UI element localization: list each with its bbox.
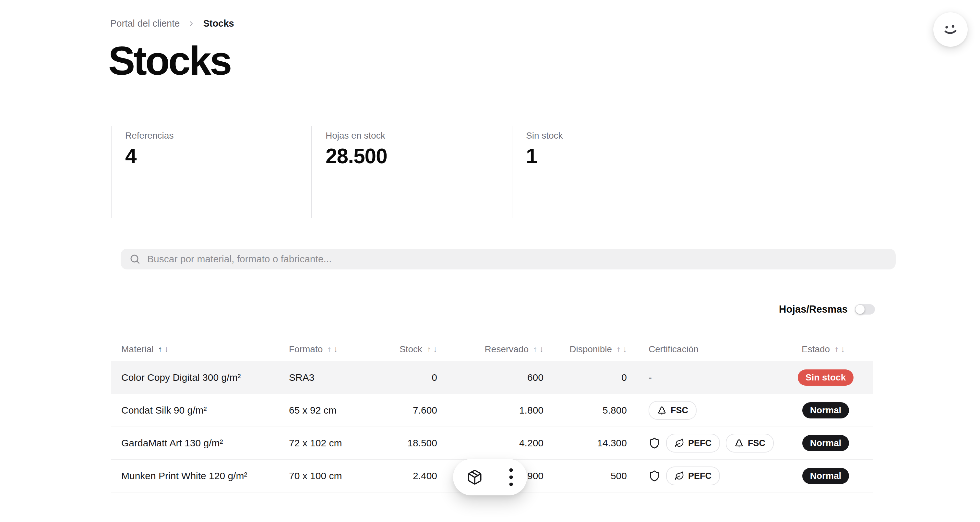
stats-row: Referencias 4 Hojas en stock 28.500 Sin … xyxy=(111,126,712,218)
breadcrumb-portal-link[interactable]: Portal del cliente xyxy=(110,18,180,29)
sort-asc-icon[interactable]: ↑ xyxy=(327,345,331,354)
sort-desc-icon[interactable]: ↓ xyxy=(841,345,845,354)
certification-empty: - xyxy=(649,372,652,383)
disponible-cell: 0 xyxy=(530,372,627,383)
column-label: Certificación xyxy=(649,344,698,354)
shield-badge xyxy=(649,437,660,449)
sort-arrows: ↑↓ xyxy=(834,345,845,354)
material-cell: Condat Silk 90 g/m² xyxy=(121,405,277,416)
table-row[interactable]: Color Copy Digital 300 g/m²SRA306000-Sin… xyxy=(111,361,873,394)
stat-card-referencias: Referencias 4 xyxy=(111,126,311,218)
table-row[interactable]: GardaMatt Art 130 g/m²72 x 102 cm18.5004… xyxy=(111,427,873,460)
material-cell: Munken Print White 120 g/m² xyxy=(121,470,277,481)
certification-cell: - xyxy=(649,372,652,383)
search-icon xyxy=(129,253,141,265)
material-cell: GardaMatt Art 130 g/m² xyxy=(121,437,277,449)
column-header-certificacin: Certificación xyxy=(649,344,785,354)
certification-label: FSC xyxy=(748,438,765,448)
user-avatar-button[interactable] xyxy=(933,12,968,47)
smiley-icon xyxy=(939,19,961,41)
chevron-right-icon xyxy=(188,20,195,27)
table-row[interactable]: Condat Silk 90 g/m²65 x 92 cm7.6001.8005… xyxy=(111,394,873,427)
certification-pill-fsc: FSC xyxy=(649,401,697,420)
shield-icon xyxy=(649,470,660,482)
column-label: Reservado xyxy=(485,344,528,354)
floating-action-pill xyxy=(453,459,527,495)
certification-pill-pefc: PEFC xyxy=(666,466,720,485)
sort-desc-icon[interactable]: ↓ xyxy=(164,345,169,354)
stock-cell: 7.600 xyxy=(340,405,437,416)
more-options-button[interactable] xyxy=(509,467,513,487)
status-badge: Normal xyxy=(802,402,849,418)
stat-card-sin-stock: Sin stock 1 xyxy=(512,126,712,218)
disponible-cell: 5.800 xyxy=(530,405,627,416)
sort-desc-icon[interactable]: ↓ xyxy=(334,345,338,354)
stock-cell: 0 xyxy=(340,372,437,383)
sort-asc-icon[interactable]: ↑ xyxy=(427,345,431,354)
tree-icon xyxy=(734,438,744,448)
sort-arrows: ↑↓ xyxy=(158,345,169,354)
shield-icon xyxy=(649,437,660,449)
certification-cell: FSC xyxy=(649,401,697,420)
units-toggle-label: Hojas/Resmas xyxy=(779,303,848,315)
breadcrumb: Portal del cliente Stocks xyxy=(110,18,234,29)
stock-cell: 2.400 xyxy=(340,470,437,481)
status-badge: Sin stock xyxy=(798,369,854,386)
sort-arrows: ↑↓ xyxy=(427,345,437,354)
column-label: Disponible xyxy=(570,344,612,354)
material-cell: Color Copy Digital 300 g/m² xyxy=(121,372,277,383)
stat-value: 28.500 xyxy=(326,144,512,168)
tree-icon xyxy=(657,405,667,415)
certification-cell: PEFCFSC xyxy=(649,434,774,453)
units-toggle-row: Hojas/Resmas xyxy=(779,301,875,318)
sort-arrows: ↑↓ xyxy=(327,345,337,354)
column-header-estado[interactable]: Estado↑↓ xyxy=(802,344,850,354)
certification-label: PEFC xyxy=(688,438,711,448)
sort-asc-icon[interactable]: ↑ xyxy=(158,345,162,354)
estado-cell: Normal xyxy=(802,402,850,418)
certification-label: FSC xyxy=(671,405,688,415)
sort-arrows: ↑↓ xyxy=(616,345,627,354)
certification-pill-pefc: PEFC xyxy=(666,434,720,453)
column-header-stock[interactable]: Stock↑↓ xyxy=(340,344,437,354)
stat-label: Referencias xyxy=(125,131,311,141)
column-header-disponible[interactable]: Disponible↑↓ xyxy=(530,344,627,354)
estado-cell: Sin stock xyxy=(802,369,850,386)
breadcrumb-current: Stocks xyxy=(203,18,234,29)
leaf-icon xyxy=(675,471,684,481)
stat-label: Hojas en stock xyxy=(326,131,512,141)
sort-desc-icon[interactable]: ↓ xyxy=(433,345,438,354)
column-label: Formato xyxy=(289,344,323,354)
sort-asc-icon[interactable]: ↑ xyxy=(616,345,621,354)
reservado-cell: 600 xyxy=(446,372,544,383)
certification-pill-fsc: FSC xyxy=(726,434,774,453)
package-icon xyxy=(467,469,483,485)
kebab-menu-icon xyxy=(509,467,513,487)
disponible-cell: 14.300 xyxy=(530,437,627,449)
page-title: Stocks xyxy=(108,38,231,84)
stat-card-hojas-en-stock: Hojas en stock 28.500 xyxy=(311,126,512,218)
search-bar xyxy=(121,249,896,270)
column-label: Material xyxy=(121,344,154,354)
sort-asc-icon[interactable]: ↑ xyxy=(834,345,838,354)
certification-cell: PEFC xyxy=(649,466,720,485)
certification-label: PEFC xyxy=(688,471,711,481)
column-header-material[interactable]: Material↑↓ xyxy=(121,344,277,354)
reservado-cell: 1.800 xyxy=(446,405,544,416)
disponible-cell: 500 xyxy=(530,470,627,481)
column-header-reservado[interactable]: Reservado↑↓ xyxy=(446,344,544,354)
estado-cell: Normal xyxy=(802,435,850,451)
stat-value: 4 xyxy=(125,144,311,168)
sort-desc-icon[interactable]: ↓ xyxy=(623,345,627,354)
status-badge: Normal xyxy=(802,435,849,451)
search-input[interactable] xyxy=(146,253,887,265)
package-button[interactable] xyxy=(467,469,483,485)
stock-cell: 18.500 xyxy=(340,437,437,449)
column-label: Estado xyxy=(802,344,830,354)
column-label: Stock xyxy=(399,344,422,354)
stat-value: 1 xyxy=(526,144,712,168)
estado-cell: Normal xyxy=(802,468,850,484)
status-badge: Normal xyxy=(802,468,849,484)
units-toggle-switch[interactable] xyxy=(855,304,875,314)
table-header: Material↑↓Formato↑↓Stock↑↓Reservado↑↓Dis… xyxy=(111,338,873,361)
